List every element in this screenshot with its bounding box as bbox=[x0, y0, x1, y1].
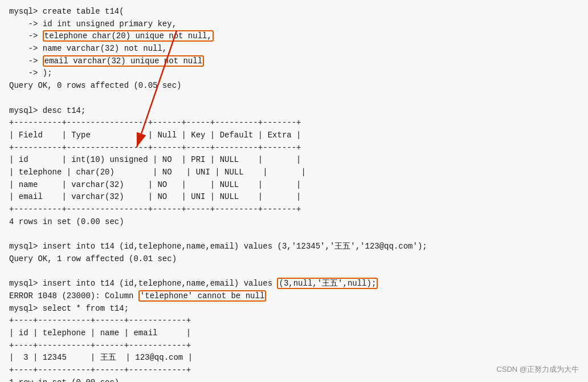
code-line-highlight2: -> email varchar(32) unique not null bbox=[9, 55, 579, 68]
table-border: +----------+-----------------+------+---… bbox=[9, 117, 579, 129]
table-row: | 3 | 12345 | 王五 | 123@qq.com | bbox=[9, 352, 579, 364]
highlight-telephone: telephone char(20) unique not null, bbox=[43, 30, 214, 42]
table-border: +----+-----------+------+------------+ bbox=[9, 315, 579, 327]
table-header: | Field | Type | Null | Key | Default | … bbox=[9, 129, 579, 142]
code-line: mysql> insert into t14 (id,telephone,nam… bbox=[9, 241, 579, 253]
code-line: 1 row in set (0.00 sec) bbox=[9, 377, 579, 382]
highlight-email: email varchar(32) unique not null bbox=[43, 55, 204, 67]
code-line: -> id int unsigned primary key, bbox=[9, 18, 579, 31]
table-row: | telephone | char(20) | NO | UNI | NULL… bbox=[9, 166, 579, 179]
code-line: mysql> create table t14( bbox=[9, 6, 579, 18]
code-line-highlight1: -> telephone char(20) unique not null, bbox=[9, 30, 579, 43]
highlight-null-insert: (3,null,'王五',null); bbox=[277, 278, 378, 289]
table-border: +----------+-----------------+------+---… bbox=[9, 142, 579, 155]
code-line: Query OK, 0 rows affected (0.05 sec) bbox=[9, 80, 579, 92]
terminal: mysql> create table t14( -> id int unsig… bbox=[0, 0, 588, 382]
code-line: mysql> desc t14; bbox=[9, 105, 579, 117]
highlight-error-telephone: 'telephone' cannot be null bbox=[138, 290, 266, 302]
table-header: | id | telephone | name | email | bbox=[9, 327, 579, 340]
watermark: CSDN @正努力成为大牛 bbox=[496, 364, 579, 375]
table-border: +----+-----------+------+------------+ bbox=[9, 364, 579, 377]
code-line-highlight4: ERROR 1048 (23000): Column 'telephone' c… bbox=[9, 290, 579, 303]
table-row: | name | varchar(32) | NO | | NULL | | bbox=[9, 179, 579, 192]
code-line bbox=[9, 265, 579, 278]
table-border: +----------+-----------------+------+---… bbox=[9, 204, 579, 216]
code-line: 4 rows in set (0.00 sec) bbox=[9, 216, 579, 229]
table-border: +----+-----------+------+------------+ bbox=[9, 340, 579, 352]
table-row: | id | int(10) unsigned | NO | PRI | NUL… bbox=[9, 154, 579, 166]
code-line: -> ); bbox=[9, 67, 579, 80]
code-line: Query OK, 1 row affected (0.01 sec) bbox=[9, 253, 579, 266]
code-line: mysql> select * from t14; bbox=[9, 303, 579, 315]
table-row: | email | varchar(32) | NO | UNI | NULL … bbox=[9, 191, 579, 204]
code-line bbox=[9, 228, 579, 241]
code-line: -> name varchar(32) not null, bbox=[9, 43, 579, 55]
code-line-highlight3: mysql> insert into t14 (id,telephone,nam… bbox=[9, 278, 579, 290]
code-line bbox=[9, 92, 579, 105]
